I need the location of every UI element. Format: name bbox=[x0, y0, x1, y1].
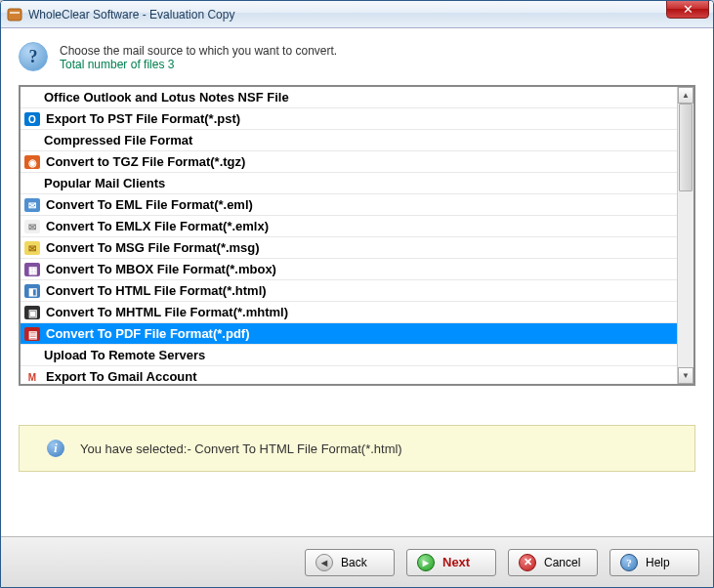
cancel-button[interactable]: ✕ Cancel bbox=[508, 549, 598, 576]
list-option[interactable]: OExport To PST File Format(*.pst) bbox=[21, 108, 677, 130]
svg-text:▦: ▦ bbox=[28, 265, 37, 275]
help-button[interactable]: ? Help bbox=[609, 549, 699, 576]
list-option[interactable]: ✉Convert To MSG File Format(*.msg) bbox=[21, 237, 677, 259]
list-item-label: Convert To HTML File Format(*.html) bbox=[46, 283, 267, 298]
list-section-header: Office Outlook and Lotus Notes NSF File bbox=[21, 87, 677, 108]
list-option[interactable]: ✉Convert To EML File Format(*.eml) bbox=[21, 194, 677, 216]
cancel-x-icon: ✕ bbox=[519, 554, 536, 571]
file-count: Total number of files 3 bbox=[60, 58, 337, 71]
svg-text:◧: ◧ bbox=[28, 286, 37, 297]
format-listbox: Office Outlook and Lotus Notes NSF FileO… bbox=[19, 85, 695, 386]
cancel-label: Cancel bbox=[544, 556, 580, 569]
list-item-label: Convert to TGZ File Format(*.tgz) bbox=[46, 154, 245, 169]
list-item-label: Office Outlook and Lotus Notes NSF File bbox=[44, 90, 289, 105]
list-option[interactable]: ▣Convert To MHTML File Format(*.mhtml) bbox=[21, 302, 677, 323]
scroll-down-button[interactable]: ▼ bbox=[678, 367, 693, 384]
back-arrow-icon: ◄ bbox=[315, 554, 333, 571]
question-icon: ? bbox=[19, 42, 48, 71]
list-item-label: Export To Gmail Account bbox=[46, 369, 197, 384]
pdf-icon: ▤ bbox=[24, 326, 40, 342]
list-option[interactable]: MExport To Gmail Account bbox=[21, 366, 677, 384]
outlook-icon: O bbox=[24, 111, 40, 127]
list-item-label: Convert To PDF File Format(*.pdf) bbox=[46, 326, 249, 341]
list-item-label: Convert To EMLX File Format(*.emlx) bbox=[46, 219, 269, 233]
svg-text:▣: ▣ bbox=[28, 308, 37, 318]
next-arrow-icon: ► bbox=[417, 554, 435, 571]
selection-info-text: You have selected:- Convert To HTML File… bbox=[80, 441, 402, 456]
instruction-line1: Choose the mail source to which you want… bbox=[60, 44, 337, 58]
gmail-icon: M bbox=[24, 369, 40, 385]
scroll-track[interactable] bbox=[678, 104, 693, 367]
scroll-thumb[interactable] bbox=[679, 104, 693, 191]
list-item-label: Popular Mail Clients bbox=[44, 176, 165, 190]
selection-info-bar: i You have selected:- Convert To HTML Fi… bbox=[19, 425, 695, 472]
svg-text:✉: ✉ bbox=[28, 243, 36, 254]
app-icon bbox=[7, 7, 22, 22]
list-item-label: Convert To MHTML File Format(*.mhtml) bbox=[46, 305, 288, 319]
help-question-icon: ? bbox=[620, 554, 638, 571]
eml-icon: ✉ bbox=[24, 197, 40, 213]
next-button[interactable]: ► Next bbox=[406, 549, 496, 576]
list-option[interactable]: ✉Convert To EMLX File Format(*.emlx) bbox=[21, 216, 677, 237]
list-section-header: Compressed File Format bbox=[21, 130, 677, 151]
info-icon: i bbox=[47, 440, 64, 457]
content-area: ? Choose the mail source to which you wa… bbox=[1, 28, 713, 536]
svg-text:O: O bbox=[28, 114, 36, 125]
svg-rect-1 bbox=[10, 12, 20, 14]
emlx-icon: ✉ bbox=[24, 219, 40, 234]
list-section-header: Upload To Remote Servers bbox=[21, 345, 677, 366]
list-option[interactable]: ◉Convert to TGZ File Format(*.tgz) bbox=[21, 151, 677, 173]
close-icon: ✕ bbox=[683, 2, 693, 17]
instruction-text: Choose the mail source to which you want… bbox=[60, 42, 337, 71]
svg-text:M: M bbox=[28, 372, 36, 383]
svg-text:▤: ▤ bbox=[28, 329, 37, 340]
window-title: WholeClear Software - Evaluation Copy bbox=[28, 8, 707, 21]
list-section-header: Popular Mail Clients bbox=[21, 173, 677, 194]
msg-icon: ✉ bbox=[24, 240, 40, 256]
list-item-label: Upload To Remote Servers bbox=[44, 348, 205, 362]
list-item-label: Convert To MSG File Format(*.msg) bbox=[46, 240, 260, 255]
next-label: Next bbox=[442, 555, 470, 569]
help-label: Help bbox=[646, 556, 670, 569]
close-button[interactable]: ✕ bbox=[666, 0, 709, 19]
titlebar: WholeClear Software - Evaluation Copy ✕ bbox=[1, 1, 713, 28]
scroll-up-button[interactable]: ▲ bbox=[678, 87, 693, 104]
footer-buttons: ◄ Back ► Next ✕ Cancel ? Help bbox=[1, 536, 713, 587]
list-item-label: Convert To EML File Format(*.eml) bbox=[46, 197, 253, 212]
list-item-label: Compressed File Format bbox=[44, 133, 192, 147]
svg-text:✉: ✉ bbox=[28, 222, 36, 232]
tgz-icon: ◉ bbox=[24, 154, 40, 170]
svg-text:◉: ◉ bbox=[28, 157, 37, 168]
list-item-label: Convert To MBOX File Format(*.mbox) bbox=[46, 262, 276, 276]
list-option[interactable]: ▦Convert To MBOX File Format(*.mbox) bbox=[21, 259, 677, 280]
scrollbar: ▲ ▼ bbox=[677, 87, 693, 384]
mhtml-icon: ▣ bbox=[24, 305, 40, 320]
svg-text:✉: ✉ bbox=[28, 200, 36, 211]
back-label: Back bbox=[341, 556, 367, 569]
html-icon: ◧ bbox=[24, 283, 40, 299]
list-option[interactable]: ◧Convert To HTML File Format(*.html) bbox=[21, 280, 677, 302]
mbox-icon: ▦ bbox=[24, 262, 40, 277]
list-items-container: Office Outlook and Lotus Notes NSF FileO… bbox=[21, 87, 677, 384]
svg-rect-0 bbox=[8, 9, 21, 21]
list-item-label: Export To PST File Format(*.pst) bbox=[46, 111, 240, 126]
instruction-header: ? Choose the mail source to which you wa… bbox=[19, 42, 695, 71]
list-option[interactable]: ▤Convert To PDF File Format(*.pdf) bbox=[21, 323, 677, 345]
back-button[interactable]: ◄ Back bbox=[305, 549, 395, 576]
app-window: WholeClear Software - Evaluation Copy ✕ … bbox=[0, 0, 714, 588]
